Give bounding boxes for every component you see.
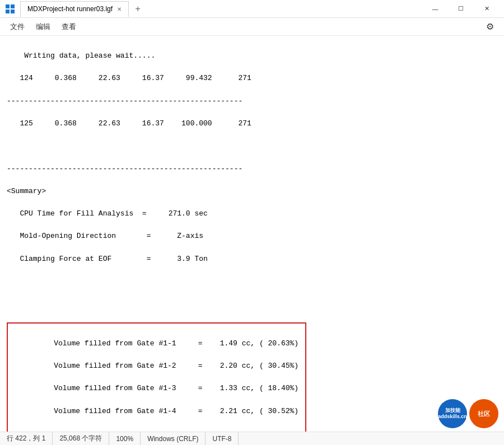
menu-file[interactable]: 文件	[4, 20, 30, 34]
tab-area: MDXProject-hot runner03.lgf ✕ +	[20, 1, 422, 17]
row1: 124 0.368 22.63 16.37 99.432 271	[7, 74, 251, 82]
watermark: 加技能addskills.cn 社区	[438, 399, 498, 428]
separator1: ----------------------------------------…	[7, 97, 242, 105]
svg-rect-2	[6, 10, 10, 13]
status-zoom: 100%	[109, 432, 141, 445]
tab-close-btn[interactable]: ✕	[117, 6, 122, 12]
gate-line-4: Volume filled from Gate #1-4 = 2.21 cc, …	[41, 407, 298, 415]
menubar: 文件 编辑 查看 ⚙	[0, 18, 504, 36]
titlebar: MDXProject-hot runner03.lgf ✕ + — ☐ ✕	[0, 0, 504, 18]
window-controls: — ☐ ✕	[422, 0, 500, 18]
content-area[interactable]: Writing data, please wait..... 124 0.368…	[0, 36, 504, 432]
gate-line-3: Volume filled from Gate #1-3 = 1.33 cc, …	[41, 384, 298, 392]
status-charset: UTF-8	[206, 432, 239, 445]
menu-view[interactable]: 查看	[56, 20, 82, 34]
content-block: Writing data, please wait..... 124 0.368…	[7, 39, 497, 321]
gate-line-2: Volume filled from Gate #1-2 = 2.20 cc, …	[41, 362, 298, 370]
summary-open: <Summary>	[7, 187, 46, 195]
clamping: Clamping Force at EOF = 3.9 Ton	[7, 255, 208, 263]
minimize-btn[interactable]: —	[422, 0, 448, 18]
watermark-right: 社区	[469, 399, 498, 428]
settings-icon[interactable]: ⚙	[480, 19, 500, 34]
svg-rect-1	[11, 4, 15, 8]
status-position: 行 422，列 1	[4, 432, 53, 445]
svg-rect-0	[6, 4, 10, 8]
writing-line: Writing data, please wait.....	[24, 51, 155, 60]
cpu-time: CPU Time for Fill Analysis = 271.0 sec	[7, 209, 208, 218]
gate-volume-box: Volume filled from Gate #1-1 = 1.49 cc, …	[7, 322, 306, 432]
menu-edit[interactable]: 编辑	[30, 20, 56, 34]
app-icon	[4, 3, 16, 15]
gate-lines: Volume filled from Gate #1-1 = 1.49 cc, …	[15, 327, 298, 428]
separator2: ----------------------------------------…	[7, 165, 242, 173]
status-encoding: Windows (CRLF)	[141, 432, 206, 445]
maximize-btn[interactable]: ☐	[448, 0, 474, 18]
new-tab-btn[interactable]: +	[131, 2, 144, 16]
tab-main[interactable]: MDXProject-hot runner03.lgf ✕	[20, 1, 129, 17]
watermark-left: 加技能addskills.cn	[438, 399, 467, 428]
row2: 125 0.368 22.63 16.37 100.000 271	[7, 119, 251, 128]
mold-dir: Mold-Opening Direction = Z-axis	[7, 232, 203, 240]
statusbar: 行 422，列 1 25,068 个字符 100% Windows (CRLF)…	[0, 432, 504, 445]
gate-line-1: Volume filled from Gate #1-1 = 1.49 cc, …	[41, 339, 298, 348]
close-btn[interactable]: ✕	[474, 0, 500, 18]
svg-rect-3	[11, 10, 15, 13]
tab-label: MDXProject-hot runner03.lgf	[27, 5, 113, 13]
status-chars: 25,068 个字符	[53, 432, 109, 445]
